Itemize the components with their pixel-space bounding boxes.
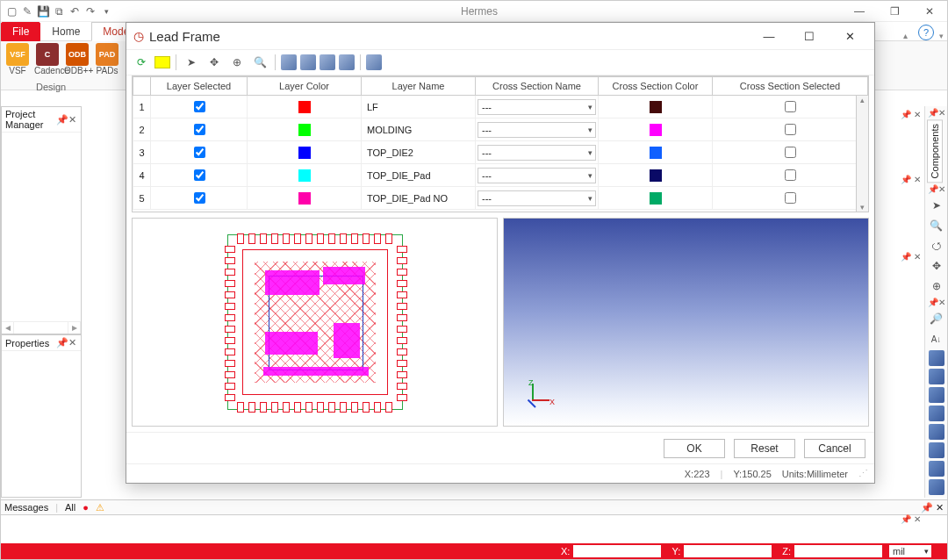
ribbon-tab-file[interactable]: File [1,22,40,41]
dialog-maximize-button[interactable]: ☐ [792,30,827,43]
qat-save-icon[interactable]: 💾 [36,4,50,18]
panel-pm-scrollbar[interactable]: ◂▸ [2,321,81,334]
ribbon-button-vsf[interactable]: VSFVSF [4,43,31,75]
pin-icon[interactable]: 📌 ✕ [901,175,921,184]
layer-grid-scrollbar[interactable]: ▴▾ [856,96,868,212]
layer-selected-checkbox[interactable] [151,141,248,164]
layer-selected-checkbox[interactable] [151,164,248,187]
status-y-field[interactable] [684,545,772,557]
qat-open-icon[interactable]: ✎ [20,4,34,18]
close-icon[interactable]: ✕ [67,337,77,348]
cancel-button[interactable]: Cancel [804,439,865,458]
view-cube1-icon[interactable] [281,54,297,70]
pin-icon[interactable]: 📌 ✕ [901,514,921,524]
app-close-button[interactable]: ✕ [912,1,947,22]
layer-selected-checkbox[interactable] [151,118,248,141]
messages-tab[interactable]: Messages [4,502,48,513]
pin-icon[interactable]: 📌✕ [925,108,947,118]
cross-section-name-select[interactable]: --- [476,118,599,141]
cross-section-color-swatch[interactable] [599,96,713,118]
tool-move-icon[interactable]: ✥ [205,53,224,72]
cross-section-color-swatch[interactable] [599,141,713,164]
ribbon-collapse-icon[interactable]: ▴ [898,31,913,40]
pin-icon[interactable]: 📌 [56,114,67,126]
cross-section-selected-checkbox[interactable] [713,96,868,118]
tool-highlight-icon[interactable] [154,56,170,68]
qat-new-icon[interactable]: ▢ [4,4,18,18]
cross-section-selected-checkbox[interactable] [713,141,868,164]
cross-section-color-swatch[interactable] [599,187,713,210]
tool-zoom-icon[interactable]: ⊕ [928,277,945,295]
help-icon[interactable]: ? [918,25,934,40]
resize-grip-icon[interactable]: ⋰ [858,468,865,479]
app-restore-button[interactable]: ❐ [877,1,912,22]
tool-pan-icon[interactable]: ✥ [928,257,945,275]
view-cube5-icon[interactable] [366,54,382,70]
app-minimize-button[interactable]: — [842,1,877,22]
view-front-icon[interactable] [929,369,944,384]
layer-color-swatch[interactable] [248,118,362,141]
ribbon-button-cadence[interactable]: CCadence [34,43,61,75]
cross-section-name-select[interactable]: --- [476,164,599,187]
col-layer-selected[interactable]: Layer Selected [151,77,248,96]
pin-icon[interactable]: 📌 ✕ [901,110,921,119]
view-bottom-icon[interactable] [929,461,944,477]
cross-section-selected-checkbox[interactable] [713,118,868,141]
cross-section-color-swatch[interactable] [599,164,713,187]
dialog-close-button[interactable]: ✕ [832,30,867,43]
status-x-field[interactable] [573,545,661,557]
tool-az-icon[interactable]: A↓ [928,330,945,348]
col-layer-color[interactable]: Layer Color [248,77,362,96]
layer-color-swatch[interactable] [248,96,362,118]
cross-section-color-swatch[interactable] [599,118,713,141]
pin-icon[interactable]: 📌 ✕ [921,502,944,513]
layer-selected-checkbox[interactable] [151,96,248,118]
view-cube3-icon[interactable] [320,54,335,70]
tool-zoom-area-icon[interactable]: 🔍 [928,217,945,234]
view-cube4-icon[interactable] [339,54,355,70]
warning-icon[interactable]: ⚠ [96,502,104,513]
col-cs-color[interactable]: Cross Section Color [599,77,713,96]
dialog-minimize-button[interactable]: — [751,30,786,43]
cross-section-selected-checkbox[interactable] [713,164,868,187]
pin-icon[interactable]: 📌✕ [925,184,947,194]
ribbon-button-pads[interactable]: PADPADs [94,43,120,75]
cross-section-name-select[interactable]: --- [476,187,599,210]
qat-more-icon[interactable]: ▾ [99,4,113,18]
cross-section-name-select[interactable]: --- [476,96,599,118]
view-fit-icon[interactable] [929,479,944,495]
col-cs-name[interactable]: Cross Section Name [476,77,599,96]
ribbon-button-odb[interactable]: ODBODB++ [64,43,90,75]
viewport-3d[interactable]: Z X [503,218,869,427]
tool-refresh-icon[interactable]: ⟳ [132,53,151,72]
qat-undo-icon[interactable]: ↶ [68,4,82,18]
pin-icon[interactable]: 📌 ✕ [901,252,921,262]
col-index[interactable] [133,77,151,96]
layer-color-swatch[interactable] [248,141,362,164]
pin-icon[interactable]: 📌✕ [925,298,947,307]
qat-redo-icon[interactable]: ↷ [83,4,97,18]
error-icon[interactable]: ● [83,502,89,513]
reset-button[interactable]: Reset [734,439,795,458]
view-cube2-icon[interactable] [300,54,316,70]
view-top-icon[interactable] [929,442,944,458]
layer-color-swatch[interactable] [248,187,362,210]
view-right-icon[interactable] [929,424,944,440]
pin-icon[interactable]: 📌 [56,337,67,348]
tab-components[interactable]: Components [927,119,943,183]
help-more-icon[interactable]: ▾ [939,32,947,40]
tool-pointer-icon[interactable]: ➤ [182,53,201,72]
view-left-icon[interactable] [929,406,944,421]
messages-all-tab[interactable]: All [65,502,75,513]
layer-selected-checkbox[interactable] [151,187,248,210]
status-unit-select[interactable]: mil [889,545,931,557]
view-iso-icon[interactable] [929,350,944,366]
cross-section-name-select[interactable]: --- [476,141,599,164]
tool-orbit-icon[interactable]: ⭯ [928,237,945,255]
status-z-field[interactable] [794,545,882,557]
view-back-icon[interactable] [929,387,944,403]
dialog-titlebar[interactable]: ◷ Lead Frame — ☐ ✕ [126,23,874,49]
cross-section-selected-checkbox[interactable] [713,187,868,210]
tool-zoom-window-icon[interactable]: 🔍 [250,53,269,72]
col-cs-selected[interactable]: Cross Section Selected [713,77,868,96]
